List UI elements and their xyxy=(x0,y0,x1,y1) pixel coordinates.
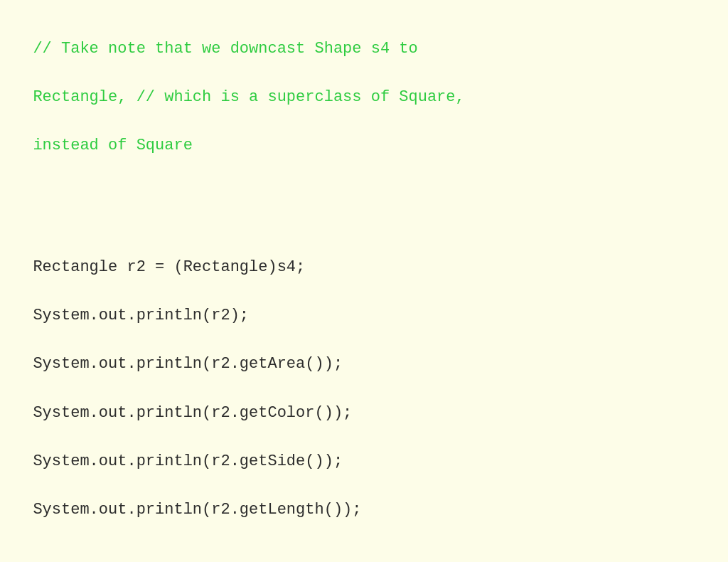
code-line-3: System.out.println(r2.getArea()); xyxy=(33,355,343,373)
code-line-2: System.out.println(r2); xyxy=(33,307,249,324)
comment-line-2: Rectangle, // which is a superclass of S… xyxy=(33,88,464,106)
code-editor: // Take note that we downcast Shape s4 t… xyxy=(14,13,714,562)
comment-line-3: instead of Square xyxy=(33,137,192,154)
code-line-5: System.out.println(r2.getSide()); xyxy=(33,452,343,470)
code-line-4: System.out.println(r2.getColor()); xyxy=(33,404,352,422)
comment-line-1: // Take note that we downcast Shape s4 t… xyxy=(33,40,417,58)
blank-line-1 xyxy=(14,207,714,231)
code-line-1: Rectangle r2 = (Rectangle)s4; xyxy=(33,258,305,276)
code-line-6: System.out.println(r2.getLength()); xyxy=(33,501,361,519)
